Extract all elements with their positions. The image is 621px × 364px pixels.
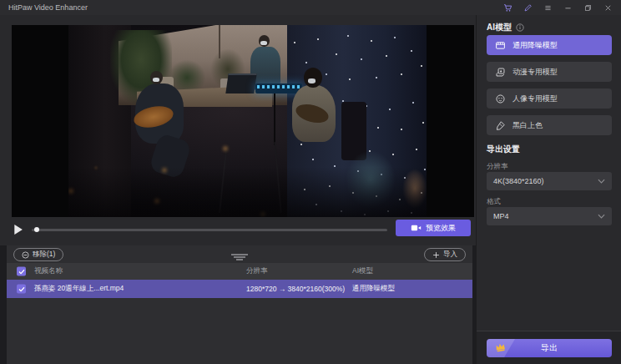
- remove-circle-icon: [22, 251, 29, 259]
- import-button[interactable]: 导入: [424, 248, 466, 261]
- model-label: 黑白上色: [512, 120, 543, 131]
- seek-slider[interactable]: [32, 226, 387, 233]
- remove-button[interactable]: 移除(1): [13, 248, 63, 261]
- preview-effect-button[interactable]: 预览效果: [396, 220, 471, 236]
- seek-track: [32, 229, 387, 231]
- resolution-value: 4K(3840*2160): [493, 177, 544, 185]
- videocam-icon: [411, 224, 422, 232]
- plus-icon: [432, 251, 440, 259]
- window-title: HitPaw Video Enhancer: [0, 3, 88, 12]
- import-button-label: 导入: [443, 250, 457, 260]
- chevron-down-icon: [598, 179, 605, 184]
- row-ai-model: 通用降噪模型: [352, 280, 395, 298]
- cart-icon[interactable]: [503, 3, 512, 13]
- column-resolution: 分辨率: [246, 263, 268, 280]
- collapse-handle-icon[interactable]: [230, 250, 250, 258]
- minimize-icon[interactable]: [563, 3, 573, 13]
- format-dropdown[interactable]: MP4: [487, 207, 612, 225]
- format-label: 格式: [487, 197, 501, 207]
- brush-icon[interactable]: [523, 3, 533, 13]
- model-label: 动漫专用模型: [512, 67, 558, 78]
- main-area: 预览效果 移除(1) 导入 视频名称 分辨率 AI模型: [0, 15, 476, 364]
- format-value: MP4: [493, 212, 509, 220]
- close-icon[interactable]: [603, 3, 613, 13]
- sidebar: AI模型 通用降噪模型 动漫专用模型 人像专用模型 黑白上色 导出设置 分辨率 …: [476, 15, 621, 364]
- model-label: 通用降噪模型: [512, 40, 558, 51]
- video-preview: [12, 25, 474, 217]
- model-button-anime[interactable]: 动漫专用模型: [487, 62, 612, 82]
- export-settings-title: 导出设置: [487, 144, 520, 155]
- app-window: HitPaw Video Enhancer: [0, 0, 621, 364]
- model-button-general-denoise[interactable]: 通用降噪模型: [487, 35, 612, 55]
- titlebar-icons: [503, 3, 621, 13]
- row-checkbox[interactable]: [17, 285, 26, 294]
- row-resolution: 1280*720 → 3840*2160(300%): [246, 280, 345, 298]
- ai-models-title: AI模型: [487, 22, 512, 33]
- row-video-name: 孫燕姿 20週年線上...ert.mp4: [34, 280, 124, 298]
- remove-button-label: 移除(1): [33, 250, 55, 260]
- portrait-face-icon: [495, 94, 506, 104]
- colorize-brush-icon: [495, 120, 506, 131]
- export-button-label: 导出: [487, 339, 612, 357]
- preview-effect-label: 预览效果: [426, 223, 456, 234]
- maximize-icon[interactable]: [583, 3, 593, 13]
- titlebar: HitPaw Video Enhancer: [0, 0, 621, 15]
- select-all-checkbox[interactable]: [17, 267, 26, 276]
- ai-models-header: AI模型: [487, 22, 524, 33]
- model-button-portrait[interactable]: 人像专用模型: [487, 88, 612, 109]
- export-button[interactable]: 导出: [487, 339, 612, 357]
- seek-thumb[interactable]: [34, 227, 39, 232]
- resolution-label: 分辨率: [487, 162, 508, 172]
- model-button-colorize[interactable]: 黑白上色: [487, 115, 612, 135]
- column-video-name: 视频名称: [34, 263, 63, 280]
- chevron-down-icon: [598, 214, 605, 219]
- table-row[interactable]: 孫燕姿 20週年線上...ert.mp4 1280*720 → 3840*216…: [7, 280, 472, 298]
- info-icon[interactable]: [516, 23, 524, 32]
- column-ai-model: AI模型: [352, 263, 373, 280]
- resolution-dropdown[interactable]: 4K(3840*2160): [487, 172, 612, 190]
- model-label: 人像专用模型: [512, 94, 558, 104]
- menu-icon[interactable]: [543, 3, 553, 13]
- anime-image-icon: [495, 67, 506, 78]
- film-frame-icon: [495, 40, 506, 51]
- table-header: 视频名称 分辨率 AI模型: [7, 263, 472, 280]
- play-button[interactable]: [13, 224, 23, 235]
- export-section: 导出: [477, 331, 621, 364]
- file-panel: 移除(1) 导入 视频名称 分辨率 AI模型 孫燕姿: [7, 245, 472, 364]
